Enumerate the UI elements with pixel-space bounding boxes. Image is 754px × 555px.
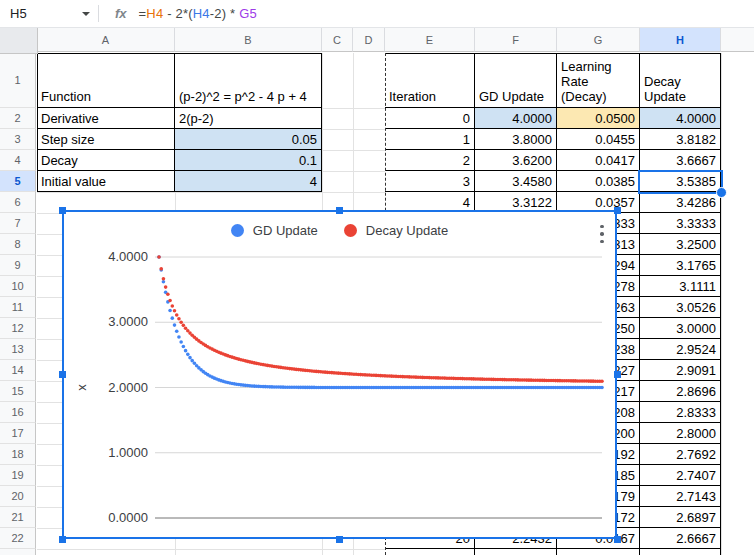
cell-H4[interactable]: 3.6667 bbox=[640, 150, 721, 171]
cell-A2[interactable]: Derivative bbox=[37, 108, 175, 129]
chart-resize-handle[interactable] bbox=[614, 536, 621, 543]
row-header-2[interactable]: 2 bbox=[0, 108, 36, 129]
cell-G3[interactable]: 0.0455 bbox=[557, 129, 640, 150]
cell-H17[interactable]: 2.8000 bbox=[640, 423, 721, 444]
cell-H23[interactable]: 2.6452 bbox=[640, 549, 721, 555]
cell-F5[interactable]: 3.4580 bbox=[475, 171, 557, 192]
name-box[interactable]: H5 bbox=[0, 0, 98, 27]
cell-E2[interactable]: 0 bbox=[385, 108, 475, 129]
cell-E5[interactable]: 3 bbox=[385, 171, 475, 192]
cell-H16[interactable]: 2.8333 bbox=[640, 402, 721, 423]
legend-item-decay: Decay Update bbox=[344, 223, 448, 238]
row-header-8[interactable]: 8 bbox=[0, 234, 36, 255]
cell-H12[interactable]: 3.0000 bbox=[640, 318, 721, 339]
row-header-3[interactable]: 3 bbox=[0, 129, 36, 150]
cell-H19[interactable]: 2.7407 bbox=[640, 465, 721, 486]
column-header-g[interactable]: G bbox=[557, 28, 640, 52]
row-header-11[interactable]: 11 bbox=[0, 297, 36, 318]
cell-H10[interactable]: 3.1111 bbox=[640, 276, 721, 297]
cell-H6[interactable]: 3.4286 bbox=[640, 192, 721, 213]
cell-F4[interactable]: 3.6200 bbox=[475, 150, 557, 171]
cell-G2[interactable]: 0.0500 bbox=[557, 108, 640, 129]
cell-H20[interactable]: 2.7143 bbox=[640, 486, 721, 507]
row-header-18[interactable]: 18 bbox=[0, 444, 36, 465]
name-box-dropdown-icon[interactable] bbox=[82, 12, 90, 16]
row-header-20[interactable]: 20 bbox=[0, 486, 36, 507]
fill-handle[interactable] bbox=[716, 187, 727, 198]
y-tick-label: 3.0000 bbox=[62, 315, 148, 329]
cell-H22[interactable]: 2.6667 bbox=[640, 528, 721, 549]
row-header-14[interactable]: 14 bbox=[0, 360, 36, 381]
cell-A4[interactable]: Decay bbox=[37, 150, 175, 171]
row-header-21[interactable]: 21 bbox=[0, 507, 36, 528]
cell-F3[interactable]: 3.8000 bbox=[475, 129, 557, 150]
cell-E4[interactable]: 2 bbox=[385, 150, 475, 171]
row-header-5[interactable]: 5 bbox=[0, 171, 36, 192]
cell-G5[interactable]: 0.0385 bbox=[557, 171, 640, 192]
cell-H2[interactable]: 4.0000 bbox=[640, 108, 721, 129]
chart-resize-handle[interactable] bbox=[336, 207, 343, 214]
cell-H14[interactable]: 2.9091 bbox=[640, 360, 721, 381]
cell-H18[interactable]: 2.7692 bbox=[640, 444, 721, 465]
cell-B2[interactable]: 2(p-2) bbox=[175, 108, 322, 129]
cell-B5[interactable]: 4 bbox=[175, 171, 322, 192]
row-header-12[interactable]: 12 bbox=[0, 318, 36, 339]
chart-resize-handle[interactable] bbox=[59, 207, 66, 214]
cell-H7[interactable]: 3.3333 bbox=[640, 213, 721, 234]
cell-F1[interactable]: GD Update bbox=[475, 53, 557, 108]
cell-H3[interactable]: 3.8182 bbox=[640, 129, 721, 150]
legend-label-decay: Decay Update bbox=[366, 223, 448, 238]
cell-E23[interactable]: 21 bbox=[385, 549, 475, 555]
cell-H21[interactable]: 2.6897 bbox=[640, 507, 721, 528]
row-header-4[interactable]: 4 bbox=[0, 150, 36, 171]
column-header-a[interactable]: A bbox=[37, 28, 175, 52]
select-all-corner[interactable] bbox=[0, 28, 38, 54]
cell-H5[interactable]: 3.5385 bbox=[640, 171, 721, 192]
row-header-1[interactable]: 1 bbox=[0, 53, 36, 108]
cell-H1[interactable]: Decay Update bbox=[640, 53, 721, 108]
row-header-9[interactable]: 9 bbox=[0, 255, 36, 276]
row-header-17[interactable]: 17 bbox=[0, 423, 36, 444]
chart-resize-handle[interactable] bbox=[614, 207, 621, 214]
chart-resize-handle[interactable] bbox=[59, 536, 66, 543]
column-header-d[interactable]: D bbox=[353, 28, 385, 52]
cell-G4[interactable]: 0.0417 bbox=[557, 150, 640, 171]
column-header-h[interactable]: H bbox=[640, 28, 721, 52]
row-header-15[interactable]: 15 bbox=[0, 381, 36, 402]
cell-F23[interactable]: 2.2188 bbox=[475, 549, 557, 555]
chart-container[interactable]: GD Update Decay Update x 4.00003.00002.0… bbox=[62, 210, 617, 539]
chart-more-options-icon[interactable] bbox=[593, 220, 611, 248]
cell-A5[interactable]: Initial value bbox=[37, 171, 175, 192]
cell-H13[interactable]: 2.9524 bbox=[640, 339, 721, 360]
column-header-c[interactable]: C bbox=[322, 28, 353, 52]
chart-resize-handle[interactable] bbox=[336, 536, 343, 543]
row-header-16[interactable]: 16 bbox=[0, 402, 36, 423]
cell-A1[interactable]: Function bbox=[37, 53, 175, 108]
cell-B1[interactable]: (p-2)^2 = p^2 - 4 p + 4 bbox=[175, 53, 322, 108]
column-header-e[interactable]: E bbox=[385, 28, 475, 52]
cell-H11[interactable]: 3.0526 bbox=[640, 297, 721, 318]
row-header-6[interactable]: 6 bbox=[0, 192, 36, 213]
cell-E3[interactable]: 1 bbox=[385, 129, 475, 150]
cell-E1[interactable]: Iteration bbox=[385, 53, 475, 108]
cell-H15[interactable]: 2.8696 bbox=[640, 381, 721, 402]
formula-input[interactable]: =H4 - 2*(H4-2) * G5 bbox=[139, 6, 754, 21]
cell-B4[interactable]: 0.1 bbox=[175, 150, 322, 171]
cell-G23[interactable]: 0.0161 bbox=[557, 549, 640, 555]
cell-H8[interactable]: 3.2500 bbox=[640, 234, 721, 255]
cell-G1[interactable]: Learning Rate (Decay) bbox=[557, 53, 640, 108]
chart-resize-handle[interactable] bbox=[59, 371, 66, 378]
cell-B3[interactable]: 0.05 bbox=[175, 129, 322, 150]
row-header-19[interactable]: 19 bbox=[0, 465, 36, 486]
row-header-23[interactable]: 23 bbox=[0, 549, 36, 555]
cell-A3[interactable]: Step size bbox=[37, 129, 175, 150]
cell-H9[interactable]: 3.1765 bbox=[640, 255, 721, 276]
row-header-10[interactable]: 10 bbox=[0, 276, 36, 297]
column-header-b[interactable]: B bbox=[175, 28, 322, 52]
column-header-f[interactable]: F bbox=[475, 28, 557, 52]
row-header-13[interactable]: 13 bbox=[0, 339, 36, 360]
row-header-22[interactable]: 22 bbox=[0, 528, 36, 549]
row-header-7[interactable]: 7 bbox=[0, 213, 36, 234]
cell-F2[interactable]: 4.0000 bbox=[475, 108, 557, 129]
chart-resize-handle[interactable] bbox=[614, 371, 621, 378]
